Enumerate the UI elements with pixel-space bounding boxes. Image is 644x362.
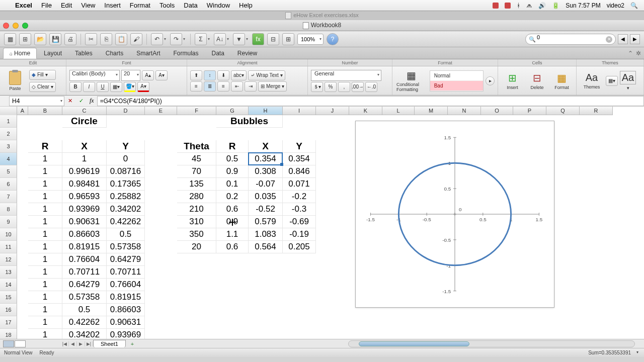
add-sheet-button[interactable]: + xyxy=(128,341,137,347)
cell-I3[interactable]: Y xyxy=(283,140,316,153)
cell-C9[interactable]: 0.90631 xyxy=(62,216,107,228)
cell-F5[interactable]: 70 xyxy=(177,165,216,178)
col-header-Q[interactable]: Q xyxy=(546,107,580,115)
cell-G3[interactable]: R xyxy=(216,140,249,153)
cell-B18[interactable]: 1 xyxy=(28,329,62,339)
cell-F8[interactable]: 210 xyxy=(177,203,216,216)
cell-C10[interactable]: 0.86603 xyxy=(62,228,107,241)
borders-button[interactable]: ▦▾ xyxy=(110,82,122,92)
confirm-formula-button[interactable]: ✓ xyxy=(75,96,87,106)
cell-C13[interactable]: 0.70711 xyxy=(62,266,107,279)
insert-cells-button[interactable]: ⊞Insert xyxy=(501,71,524,91)
cell-B5[interactable]: 1 xyxy=(28,165,62,178)
cell-D8[interactable]: 0.34202 xyxy=(107,203,145,216)
cell-D18[interactable]: 0.93969 xyxy=(107,329,145,339)
menu-help[interactable]: Help xyxy=(239,2,253,9)
tab-layout[interactable]: Layout xyxy=(38,48,68,58)
cell-H8[interactable]: -0.52 xyxy=(249,203,283,216)
cell-C16[interactable]: 0.5 xyxy=(62,304,107,316)
row-header-9[interactable]: 9 xyxy=(0,216,17,228)
col-header-E[interactable]: E xyxy=(145,107,177,115)
row-header-2[interactable]: 2 xyxy=(0,128,17,140)
clear-search-icon[interactable]: ✕ xyxy=(606,36,612,43)
cell-C7[interactable]: 0.96593 xyxy=(62,191,107,203)
tab-formulas[interactable]: Formulas xyxy=(167,48,204,58)
row-header-14[interactable]: 14 xyxy=(0,279,17,291)
col-header-G[interactable]: G xyxy=(216,107,249,115)
col-header-H[interactable]: H xyxy=(249,107,283,115)
cell-C11[interactable]: 0.81915 xyxy=(62,241,107,253)
decrease-indent-button[interactable]: ⇤ xyxy=(231,81,243,92)
menu-edit[interactable]: Edit xyxy=(61,2,72,9)
cell-B7[interactable]: 1 xyxy=(28,191,62,203)
tab-tables[interactable]: Tables xyxy=(69,48,99,58)
row-header-16[interactable]: 16 xyxy=(0,304,17,316)
col-header-D[interactable]: D xyxy=(107,107,145,115)
name-box[interactable]: H4 xyxy=(9,96,64,106)
col-header-K[interactable]: K xyxy=(349,107,382,115)
comma-button[interactable]: , xyxy=(338,82,350,92)
row-header-3[interactable]: 3 xyxy=(0,140,17,153)
cell-B11[interactable]: 1 xyxy=(28,241,62,253)
sheet-last-button[interactable]: ▶| xyxy=(85,341,93,346)
column-headers[interactable]: ABCDEFGHIJKLMNOPQR xyxy=(17,107,613,115)
col-header-N[interactable]: N xyxy=(448,107,481,115)
wrap-text-button[interactable]: ⤶ Wrap Text ▾ xyxy=(248,70,285,80)
merge-button[interactable]: ⊞ Merge ▾ xyxy=(258,81,287,92)
cell-D5[interactable]: 0.08716 xyxy=(107,165,145,178)
increase-decimal-button[interactable]: .00→ xyxy=(352,82,364,92)
copy-button[interactable]: ⎘ xyxy=(100,33,112,45)
align-right-button[interactable]: ≡ xyxy=(217,81,229,92)
spreadsheet-grid[interactable]: ABCDEFGHIJKLMNOPQR 123456789101112131415… xyxy=(0,107,644,339)
align-center-button[interactable]: ≣ xyxy=(204,81,216,92)
cell-B4[interactable]: 1 xyxy=(28,153,62,165)
new-from-template-button[interactable]: ⊞ xyxy=(19,33,31,45)
cell-G10[interactable]: 1.1 xyxy=(216,228,249,241)
cell-C15[interactable]: 0.57358 xyxy=(62,291,107,304)
tab-smartart[interactable]: SmartArt xyxy=(130,48,166,58)
clock[interactable]: Sun 7:57 PM xyxy=(566,2,600,9)
save-button[interactable]: 💾 xyxy=(49,33,61,45)
cell-B17[interactable]: 1 xyxy=(28,316,62,329)
col-header-I[interactable]: I xyxy=(283,107,316,115)
status-icon-1[interactable] xyxy=(493,3,499,9)
paste-button[interactable]: 📋 xyxy=(115,33,127,45)
cell-D11[interactable]: 0.57358 xyxy=(107,241,145,253)
menu-format[interactable]: Format xyxy=(130,2,150,9)
cell-F6[interactable]: 135 xyxy=(177,178,216,191)
cell-H4[interactable]: 0.354 xyxy=(249,153,283,165)
tab-data[interactable]: Data xyxy=(205,48,230,58)
menu-file[interactable]: File xyxy=(41,2,52,9)
close-window-icon[interactable] xyxy=(3,23,9,29)
col-header-A[interactable]: A xyxy=(17,107,28,115)
redo-button[interactable]: ↷ xyxy=(170,33,182,45)
cell-F9[interactable]: 310 xyxy=(177,216,216,228)
row-header-12[interactable]: 12 xyxy=(0,253,17,266)
status-icon-2[interactable] xyxy=(505,3,511,9)
cell-B15[interactable]: 1 xyxy=(28,291,62,304)
app-name[interactable]: Excel xyxy=(15,2,32,9)
minimize-window-icon[interactable] xyxy=(13,23,19,29)
style-normal[interactable]: Normal xyxy=(430,71,483,81)
styles-more-button[interactable]: ▸ xyxy=(486,76,495,85)
col-header-O[interactable]: O xyxy=(481,107,513,115)
shrink-font-button[interactable]: A▾ xyxy=(155,70,168,80)
cell-B16[interactable]: 1 xyxy=(28,304,62,316)
cell-F4[interactable]: 45 xyxy=(177,153,216,165)
font-color-button[interactable]: A▾ xyxy=(137,82,149,92)
cell-D6[interactable]: 0.17365 xyxy=(107,178,145,191)
cell-B14[interactable]: 1 xyxy=(28,279,62,291)
cell-H5[interactable]: 0.308 xyxy=(249,165,283,178)
select-all-corner[interactable] xyxy=(0,107,17,116)
cell-I10[interactable]: -0.19 xyxy=(283,228,316,241)
delete-cells-button[interactable]: ⊟Delete xyxy=(526,71,548,91)
zoom-select[interactable]: 100% xyxy=(297,34,324,45)
fill-color-button[interactable]: 🪣▾ xyxy=(124,82,136,92)
cell-B3[interactable]: R xyxy=(28,140,62,153)
cell-C14[interactable]: 0.64279 xyxy=(62,279,107,291)
clear-button[interactable]: ◇Clear ▾ xyxy=(29,82,56,92)
bluetooth-icon[interactable]: ᚼ xyxy=(517,2,520,9)
currency-button[interactable]: ＄▾ xyxy=(311,82,323,92)
cell-F3[interactable]: Theta xyxy=(177,140,216,153)
sheet-prev-button[interactable]: ◀ xyxy=(69,341,77,346)
